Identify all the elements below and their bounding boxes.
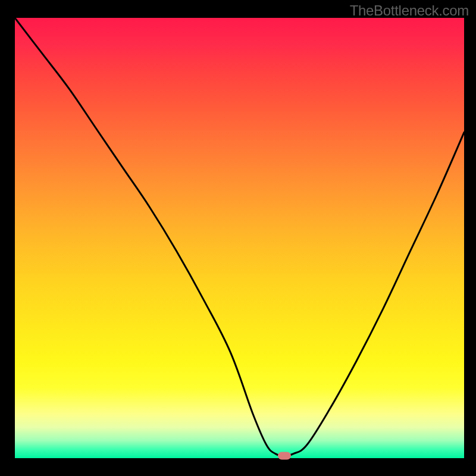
watermark-text: TheBottleneck.com bbox=[350, 2, 469, 19]
plot-area bbox=[15, 18, 464, 458]
optimal-point-marker bbox=[278, 452, 291, 460]
bottleneck-curve-line bbox=[15, 18, 464, 458]
